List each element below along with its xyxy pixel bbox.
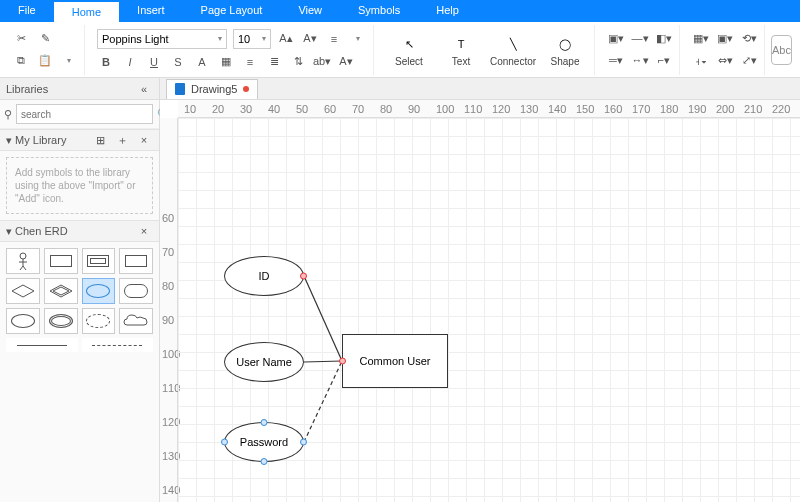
- menu-home[interactable]: Home: [54, 0, 119, 22]
- font-family-value: Poppins Light: [102, 33, 169, 45]
- menu-page-layout[interactable]: Page Layout: [183, 0, 281, 22]
- connector-tool[interactable]: ╲Connector: [490, 32, 536, 67]
- arrange-icon[interactable]: ▦▾: [692, 30, 710, 48]
- line-weight-icon[interactable]: ═▾: [607, 52, 625, 70]
- style-preview[interactable]: Abc: [771, 35, 792, 65]
- copy-icon[interactable]: ⧉: [12, 52, 30, 70]
- bullets-icon[interactable]: ≡: [325, 30, 343, 48]
- italic-icon[interactable]: I: [121, 53, 139, 71]
- tool-label: Select: [395, 56, 423, 67]
- tool-label: Text: [452, 56, 470, 67]
- font-size-value: 10: [238, 33, 250, 45]
- entity-user[interactable]: User Name: [224, 342, 304, 382]
- ribbon: ✂ ✎ ⧉ 📋 ▾ Poppins Light▾ 10▾ A▴ A▾ ≡ ▾ B…: [0, 22, 800, 78]
- align-icon[interactable]: ⫞▾: [692, 52, 710, 70]
- entity-common[interactable]: Common User: [342, 334, 448, 388]
- search-input[interactable]: [16, 104, 153, 124]
- palette-relation[interactable]: [6, 278, 40, 304]
- font-size-select[interactable]: 10▾: [233, 29, 271, 49]
- svg-line-4: [23, 266, 26, 270]
- tool-label: Shape: [551, 56, 580, 67]
- palette-weak-relation[interactable]: [44, 278, 78, 304]
- decrease-font-icon[interactable]: A▾: [301, 30, 319, 48]
- arrow-style-icon[interactable]: ↔▾: [631, 52, 649, 70]
- tab-drawing5[interactable]: Drawing5: [166, 79, 258, 99]
- menu-symbols[interactable]: Symbols: [340, 0, 418, 22]
- size-icon[interactable]: ⤢▾: [740, 52, 758, 70]
- menu-help[interactable]: Help: [418, 0, 477, 22]
- font-family-select[interactable]: Poppins Light▾: [97, 29, 227, 49]
- palette-attribute2[interactable]: [119, 278, 153, 304]
- add-icon[interactable]: ＋: [113, 131, 131, 149]
- case-icon[interactable]: ab▾: [313, 53, 331, 71]
- menu-insert[interactable]: Insert: [119, 0, 183, 22]
- rotate-icon[interactable]: ⟲▾: [740, 30, 758, 48]
- svg-line-8: [304, 276, 342, 361]
- highlight-icon[interactable]: ▦: [217, 53, 235, 71]
- align-center-icon[interactable]: ≣: [265, 53, 283, 71]
- search-icon: ⚲: [4, 105, 12, 123]
- cursor-icon: ↖: [405, 32, 414, 56]
- text-tool[interactable]: TText: [438, 32, 484, 67]
- svg-line-10: [304, 361, 342, 442]
- strikethrough-icon[interactable]: S: [169, 53, 187, 71]
- svg-point-0: [20, 253, 26, 259]
- import-icon[interactable]: ⊞: [91, 131, 109, 149]
- increase-font-icon[interactable]: A▴: [277, 30, 295, 48]
- distribute-icon[interactable]: ⇔▾: [716, 52, 734, 70]
- paste-icon[interactable]: 📋: [36, 52, 54, 70]
- palette-cloud[interactable]: [119, 308, 153, 334]
- close-section-icon[interactable]: ×: [135, 222, 153, 240]
- text-icon: T: [458, 32, 465, 56]
- shape-tool[interactable]: ◯Shape: [542, 32, 588, 67]
- palette-line-dashed[interactable]: [82, 338, 154, 352]
- group-icon[interactable]: ▣▾: [716, 30, 734, 48]
- connector-icon: ╲: [510, 32, 517, 56]
- line-spacing-icon[interactable]: ⇅: [289, 53, 307, 71]
- chevron-down-icon: ▾: [349, 30, 367, 48]
- palette-weak-entity[interactable]: [82, 248, 116, 274]
- entity-pass[interactable]: Password: [224, 422, 304, 462]
- tab-label: Drawing5: [191, 83, 237, 95]
- line-style-icon[interactable]: —▾: [631, 30, 649, 48]
- canvas[interactable]: IDUser NamePasswordCommon User: [178, 118, 800, 502]
- chevron-down-icon: ▾: [262, 34, 266, 43]
- select-tool[interactable]: ↖Select: [386, 32, 432, 67]
- shape-palette: [0, 242, 159, 358]
- menu-file[interactable]: File: [0, 0, 54, 22]
- corner-icon[interactable]: ⌐▾: [655, 52, 673, 70]
- chen-erd-header[interactable]: ▾ Chen ERD ×: [0, 220, 159, 242]
- underline-icon[interactable]: U: [145, 53, 163, 71]
- palette-derived-attr[interactable]: [82, 308, 116, 334]
- chevron-down-icon: ▾: [218, 34, 222, 43]
- cut-icon[interactable]: ✂: [12, 30, 30, 48]
- clipboard-dropdown-icon[interactable]: ▾: [60, 52, 78, 70]
- close-section-icon[interactable]: ×: [135, 131, 153, 149]
- align-left-icon[interactable]: ≡: [241, 53, 259, 71]
- shape-icon: ◯: [559, 32, 571, 56]
- svg-line-3: [20, 266, 23, 270]
- format-painter-icon[interactable]: ✎: [36, 30, 54, 48]
- dirty-indicator-icon: [243, 86, 249, 92]
- palette-entity2[interactable]: [119, 248, 153, 274]
- palette-key-attr[interactable]: [6, 308, 40, 334]
- palette-attribute[interactable]: [82, 278, 116, 304]
- palette-person[interactable]: [6, 248, 40, 274]
- menu-view[interactable]: View: [280, 0, 340, 22]
- text-color-icon[interactable]: A: [193, 53, 211, 71]
- shadow-icon[interactable]: ◧▾: [655, 30, 673, 48]
- bold-icon[interactable]: B: [97, 53, 115, 71]
- libraries-header: Libraries «: [0, 78, 159, 100]
- my-library-header[interactable]: ▾ My Library ⊞ ＋ ×: [0, 129, 159, 151]
- entity-id[interactable]: ID: [224, 256, 304, 296]
- horizontal-ruler: 1020304050607080901001101201301401501601…: [178, 100, 800, 118]
- super-sub-icon[interactable]: A▾: [337, 53, 355, 71]
- document-icon: [175, 83, 185, 95]
- collapse-icon[interactable]: «: [135, 80, 153, 98]
- fill-icon[interactable]: ▣▾: [607, 30, 625, 48]
- palette-multi-attr[interactable]: [44, 308, 78, 334]
- vertical-ruler: 60708090100110120130140150160170: [160, 118, 178, 502]
- palette-entity[interactable]: [44, 248, 78, 274]
- palette-line-solid[interactable]: [6, 338, 78, 352]
- svg-line-9: [304, 361, 342, 362]
